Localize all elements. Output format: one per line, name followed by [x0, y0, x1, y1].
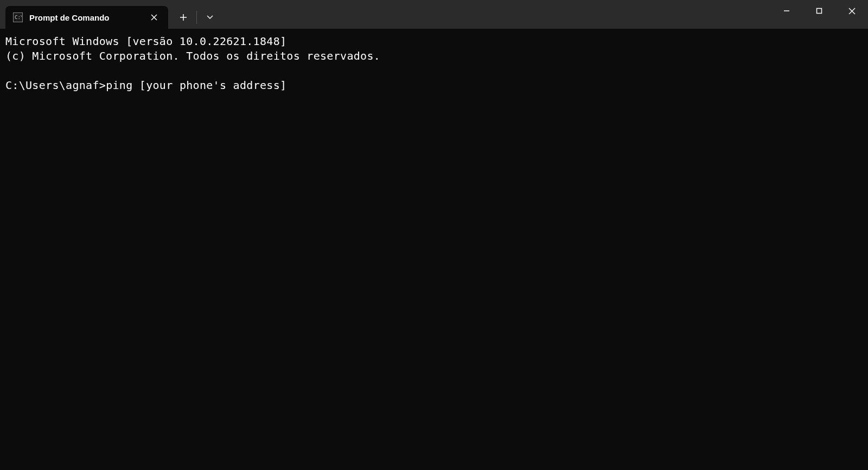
cmd-icon: C:\ [13, 12, 23, 22]
terminal-command: ping [your phone's address] [106, 79, 286, 92]
close-window-button[interactable] [835, 0, 868, 22]
close-icon [848, 8, 856, 15]
svg-rect-6 [817, 9, 822, 14]
terminal-line: (c) Microsoft Corporation. Todos os dire… [5, 49, 380, 62]
active-tab[interactable]: C:\ Prompt de Comando [5, 6, 168, 29]
window-controls [770, 0, 868, 22]
tab-dropdown-button[interactable] [199, 7, 221, 28]
terminal-line: Microsoft Windows [versão 10.0.22621.184… [5, 35, 286, 48]
chevron-down-icon [207, 15, 213, 20]
maximize-button[interactable] [803, 0, 835, 22]
divider [196, 11, 197, 24]
tab-title: Prompt de Comando [29, 13, 137, 22]
minimize-button[interactable] [770, 0, 803, 22]
maximize-icon [816, 8, 822, 14]
minimize-icon [783, 8, 790, 14]
new-tab-button[interactable] [173, 7, 194, 28]
svg-text:C:\: C:\ [15, 15, 22, 20]
terminal-prompt: C:\Users\agnaf> [5, 79, 106, 92]
titlebar: C:\ Prompt de Comando [0, 0, 868, 29]
tab-actions [173, 6, 221, 29]
close-tab-button[interactable] [148, 11, 161, 24]
close-icon [151, 14, 157, 21]
plus-icon [180, 14, 187, 21]
terminal-output[interactable]: Microsoft Windows [versão 10.0.22621.184… [0, 29, 868, 98]
